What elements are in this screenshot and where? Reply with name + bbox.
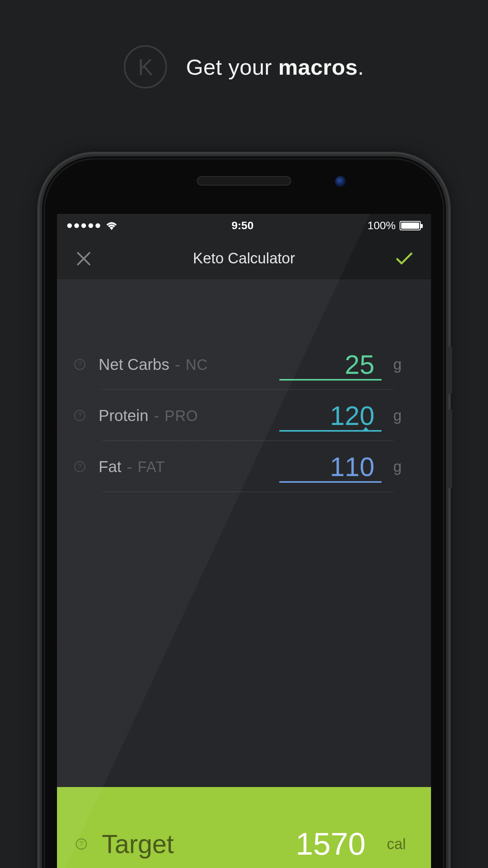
promo-header: K Get your macros. <box>0 45 488 88</box>
tagline-pre: Get your <box>186 55 278 79</box>
svg-text:?: ? <box>79 840 83 848</box>
protein-value: 120 <box>330 401 374 430</box>
net-carbs-input[interactable]: 25 <box>279 349 382 380</box>
svg-text:?: ? <box>78 463 82 471</box>
help-button[interactable]: ? <box>73 461 87 473</box>
value-underline <box>279 481 382 483</box>
help-icon: ? <box>74 359 86 370</box>
macro-abbr: FAT <box>138 459 165 476</box>
confirm-button[interactable] <box>393 248 415 270</box>
battery-percent: 100% <box>367 219 396 232</box>
close-icon <box>76 251 91 266</box>
nav-bar: Keto Calculator <box>57 237 431 280</box>
net-carbs-value: 25 <box>345 349 374 379</box>
macro-row-protein: ? Protein - PRO 120 g <box>73 390 409 441</box>
macro-row-net-carbs: ? Net Carbs - NC 25 g <box>73 339 409 390</box>
help-icon: ? <box>74 410 86 421</box>
label-separator: - <box>127 458 132 476</box>
phone-side-button <box>448 347 452 394</box>
status-left <box>67 221 117 230</box>
k-logo-icon: K <box>124 45 167 88</box>
phone-speaker <box>197 176 291 186</box>
help-icon: ? <box>75 838 87 850</box>
nav-title: Keto Calculator <box>193 250 295 267</box>
value-underline <box>279 379 382 381</box>
fat-value: 110 <box>330 452 374 482</box>
wifi-icon <box>106 221 117 230</box>
macro-list: ? Net Carbs - NC 25 g ? P <box>57 280 431 492</box>
phone-camera <box>335 176 346 187</box>
help-button[interactable]: ? <box>74 838 88 850</box>
target-value: 1570 <box>295 826 365 862</box>
status-bar: 9:50 100% <box>57 214 431 237</box>
macro-label: Net Carbs <box>99 356 169 373</box>
help-button[interactable]: ? <box>73 410 87 421</box>
macro-label-wrap: Protein - PRO <box>99 407 268 425</box>
phone-frame: 9:50 100% Keto Calculator ? Ne <box>40 154 448 868</box>
macro-label-wrap: Net Carbs - NC <box>99 356 268 373</box>
check-icon <box>395 251 414 266</box>
macro-label: Fat <box>99 458 121 476</box>
status-right: 100% <box>367 219 421 232</box>
target-label: Target <box>102 829 282 859</box>
unit-label: g <box>393 458 409 475</box>
row-divider <box>103 491 393 492</box>
screen: 9:50 100% Keto Calculator ? Ne <box>57 214 431 868</box>
svg-text:?: ? <box>78 412 82 419</box>
macro-abbr: NC <box>185 357 208 373</box>
label-separator: - <box>154 407 159 425</box>
unit-label: g <box>393 407 409 424</box>
signal-dots-icon <box>67 223 100 228</box>
macro-row-fat: ? Fat - FAT 110 g <box>73 441 409 492</box>
svg-text:?: ? <box>78 360 82 368</box>
help-icon: ? <box>74 461 86 473</box>
k-logo-letter: K <box>138 54 153 80</box>
label-separator: - <box>175 356 180 373</box>
caret-up-icon <box>362 427 370 432</box>
close-button[interactable] <box>73 248 95 270</box>
tagline-post: . <box>358 55 364 79</box>
macro-abbr: PRO <box>165 408 198 425</box>
status-time: 9:50 <box>231 219 253 232</box>
target-panel: ? Target 1570 cal <box>57 787 431 868</box>
macro-label-wrap: Fat - FAT <box>99 458 268 476</box>
unit-label: g <box>393 356 409 373</box>
target-unit: cal <box>387 836 406 853</box>
battery-icon <box>400 221 421 230</box>
protein-input[interactable]: 120 <box>279 400 382 431</box>
help-button[interactable]: ? <box>73 359 87 370</box>
macro-label: Protein <box>99 407 149 425</box>
fat-input[interactable]: 110 <box>279 451 382 482</box>
phone-side-button <box>448 410 452 488</box>
tagline: Get your macros. <box>186 54 364 80</box>
tagline-bold: macros <box>278 55 358 79</box>
